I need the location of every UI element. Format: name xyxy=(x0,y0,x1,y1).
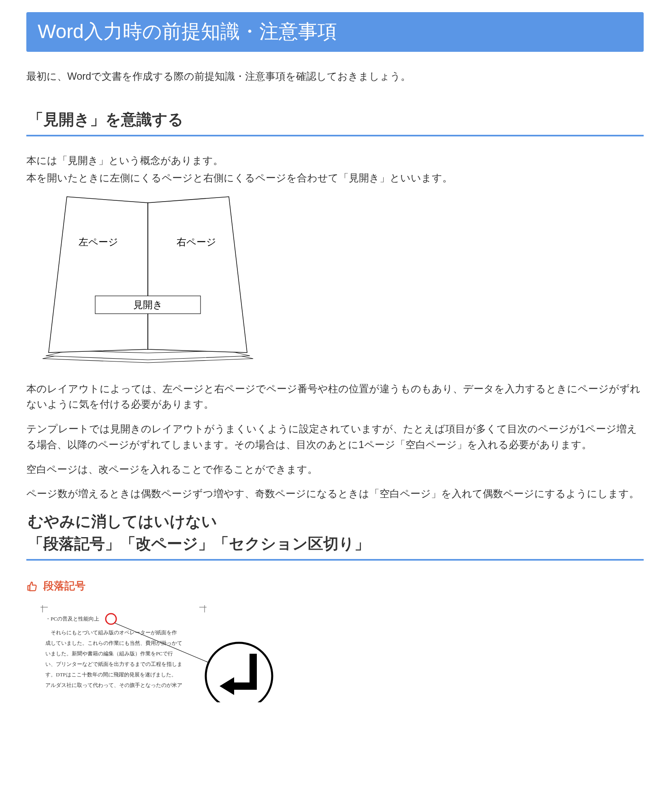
section1-p6: ページ数が増えるときは偶数ページずつ増やす、奇数ページになるときは「空白ページ」… xyxy=(26,486,644,502)
spread-label: 見開き xyxy=(133,300,163,310)
page-title: Word入力時の前提知識・注意事項 xyxy=(26,12,644,52)
section1-p5: 空白ページは、改ページを入れることで作ることができます。 xyxy=(26,461,644,477)
section2-heading: むやみに消してはいけない 「段落記号」「改ページ」「セクション区切り」 xyxy=(26,510,644,559)
section2-heading-line2: 「段落記号」「改ページ」「セクション区切り」 xyxy=(28,535,370,552)
svg-text:それらにもとづいて組み版のオペレーターが紙面を作: それらにもとづいて組み版のオペレーターが紙面を作 xyxy=(51,629,177,636)
section1-p2: 本を開いたときに左側にくるページと右側にくるページを合わせて「見開き」といいます… xyxy=(26,170,644,186)
section2-rule xyxy=(26,559,644,561)
section1-p3: 本のレイアウトによっては、左ページと右ページでページ番号や柱の位置が違うものもあ… xyxy=(26,381,644,412)
section2-subheading: 段落記号 xyxy=(43,579,85,593)
section1-p1: 本には「見開き」という概念があります。 xyxy=(26,153,644,168)
right-page-label: 右ページ xyxy=(177,237,216,247)
section1-rule xyxy=(26,135,644,136)
svg-text:・PCの普及と性能向上: ・PCの普及と性能向上 xyxy=(45,616,99,622)
left-page-label: 左ページ xyxy=(79,237,118,247)
section2-heading-line1: むやみに消してはいけない xyxy=(28,513,217,530)
svg-marker-2 xyxy=(49,197,148,353)
svg-text:アルダス社に取って代わって、その旗手となったのが米ア: アルダス社に取って代わって、その旗手となったのが米ア xyxy=(45,682,182,688)
intro-text: 最初に、Wordで文書を作成する際の前提知識・注意事項を確認しておきましょう。 xyxy=(26,68,644,84)
section1-p4: テンプレートでは見開きのレイアウトがうまくいくように設定されていますが、たとえば… xyxy=(26,421,644,453)
book-spread-diagram: 左ページ 右ページ 見開き xyxy=(30,195,265,369)
svg-marker-3 xyxy=(148,197,247,353)
thumbs-up-icon xyxy=(26,580,38,592)
svg-text:いました。新聞や書籍の編集（組み版）作業をPCで行: いました。新聞や書籍の編集（組み版）作業をPCで行 xyxy=(45,650,173,657)
svg-text:い、プリンターなどで紙面を出力するまでの工程を指しま: い、プリンターなどで紙面を出力するまでの工程を指しま xyxy=(45,661,182,667)
magnifier-circle xyxy=(206,643,272,702)
svg-text:す。DTPはここ十数年の間に飛躍的発展を遂げました。: す。DTPはここ十数年の間に飛躍的発展を遂げました。 xyxy=(45,672,177,678)
section1-heading: 「見開き」を意識する xyxy=(26,108,644,135)
paragraph-mark-screenshot: ・PCの普及と性能向上 それらにもとづいて組み版のオペレーターが紙面を作 成して… xyxy=(41,605,292,702)
highlight-circle xyxy=(106,614,116,624)
